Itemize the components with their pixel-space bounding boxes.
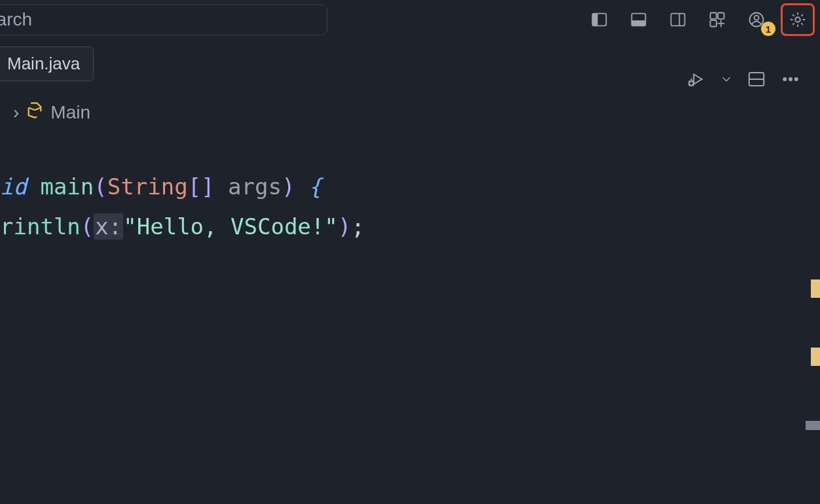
token-function: main: [40, 173, 94, 200]
token-paren-close: ): [282, 173, 295, 200]
svg-point-11: [795, 17, 800, 22]
settings-highlight-box: [781, 3, 815, 36]
tab-main-java[interactable]: Main.java: [0, 46, 94, 81]
chevron-down-icon[interactable]: [719, 68, 734, 90]
more-actions-icon[interactable]: [779, 68, 802, 90]
title-bar: earch 1: [0, 0, 820, 39]
command-center-search[interactable]: earch: [0, 4, 327, 35]
toggle-secondary-sidebar-icon[interactable]: [665, 7, 690, 32]
token-paren-open: (: [94, 173, 107, 200]
token-keyword: id: [0, 173, 40, 200]
svg-point-15: [783, 78, 786, 81]
editor-tab-row: Main.java: [0, 39, 820, 88]
search-placeholder: earch: [0, 9, 32, 30]
svg-rect-4: [671, 14, 685, 26]
svg-rect-3: [632, 20, 646, 26]
account-icon[interactable]: 1: [744, 7, 769, 32]
overview-cursor-marker: [806, 421, 820, 430]
title-bar-actions: 1: [587, 3, 815, 36]
token-paren-close: ): [338, 213, 351, 240]
token-brackets: []: [188, 173, 215, 200]
current-line-highlight: [0, 289, 804, 333]
breadcrumb-chevron: ›: [13, 102, 19, 123]
token-string: "Hello, VSCode!": [123, 213, 338, 240]
svg-point-17: [795, 78, 798, 81]
customize-layout-icon[interactable]: [705, 7, 730, 32]
token-brace: {: [308, 173, 322, 200]
code-line-2: rintln(x:"Hello, VSCode!");: [0, 207, 820, 247]
token-function: rintln: [0, 213, 81, 240]
overview-ruler[interactable]: [804, 236, 820, 246]
svg-point-10: [755, 16, 759, 20]
breadcrumb-class-name: Main: [50, 102, 90, 123]
token-space: [295, 173, 308, 200]
overview-marker: [811, 279, 820, 298]
split-editor-icon[interactable]: [745, 68, 768, 90]
token-args: args: [228, 173, 282, 200]
toggle-panel-icon[interactable]: [626, 7, 651, 32]
inlay-hint: x:: [94, 213, 123, 240]
manage-gear-icon[interactable]: [785, 7, 811, 33]
svg-rect-8: [711, 20, 717, 26]
breadcrumb[interactable]: › Main: [0, 88, 820, 133]
code-line-1: id main(String[] args) {: [0, 167, 820, 207]
token-paren-open: (: [81, 213, 94, 240]
svg-rect-7: [718, 13, 724, 19]
editor-actions: [685, 68, 820, 90]
token-type: String: [107, 173, 188, 200]
overview-marker: [811, 348, 820, 366]
svg-point-16: [789, 78, 792, 81]
svg-rect-6: [711, 13, 717, 19]
run-debug-icon[interactable]: [685, 68, 707, 90]
token-space: [215, 173, 228, 200]
svg-rect-1: [593, 14, 598, 26]
account-badge: 1: [761, 22, 775, 36]
token-semicolon: ;: [351, 213, 364, 240]
editor-code-area[interactable]: id main(String[] args) { rintln(x:"Hello…: [0, 133, 820, 246]
toggle-primary-sidebar-icon[interactable]: [587, 7, 612, 32]
class-symbol-icon: [26, 101, 44, 124]
tab-label: Main.java: [7, 54, 80, 73]
